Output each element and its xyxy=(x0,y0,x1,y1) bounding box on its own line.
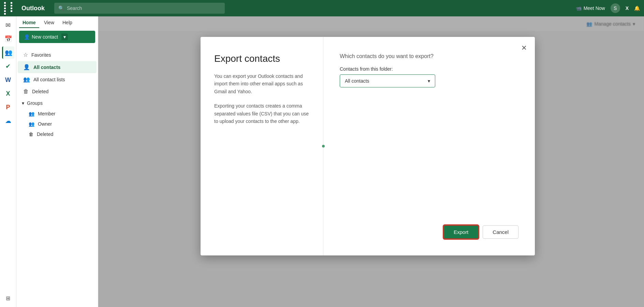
tab-help[interactable]: Help xyxy=(59,18,76,28)
divider-dot xyxy=(322,145,325,148)
sidebar-item-label-member: Member xyxy=(38,111,55,116)
modal-description-2: Exporting your contacts creates a comma … xyxy=(214,102,309,125)
modal-left-panel: Export contacts You can export your Outl… xyxy=(201,37,323,255)
topbar: Outlook 🔍 📹 Meet Now S X 🔔 xyxy=(0,0,644,16)
rail-allapps-icon[interactable]: ⊞ xyxy=(2,292,14,304)
cancel-button[interactable]: Cancel xyxy=(483,225,518,239)
modal-title: Export contacts xyxy=(214,53,309,64)
export-button[interactable]: Export xyxy=(443,225,479,239)
tab-home[interactable]: Home xyxy=(19,18,39,28)
modal-right-panel: Which contacts do you want to export? Co… xyxy=(323,37,535,255)
sidebar-item-label-favorites: Favorites xyxy=(31,52,51,58)
sidebar-item-label-deleted-group: Deleted xyxy=(37,131,53,137)
search-icon: 🔍 xyxy=(58,5,64,11)
folder-label: Contacts from this folder: xyxy=(340,66,518,72)
groups-label: Groups xyxy=(27,100,43,106)
sidebar-item-deleted-group[interactable]: 🗑 Deleted xyxy=(16,129,98,139)
dropdown-chevron-icon: ▾ xyxy=(428,78,430,84)
rail-mail-icon[interactable]: ✉ xyxy=(2,19,14,31)
sidebar-item-label-contact-lists: All contact lists xyxy=(33,77,65,82)
rail-contacts-icon[interactable]: 👥 xyxy=(2,46,14,59)
notification-icon: 🔔 xyxy=(634,5,640,11)
folder-dropdown[interactable]: All contacts ▾ xyxy=(340,74,435,87)
sidebar-item-favorites[interactable]: ☆ Favorites xyxy=(18,49,97,61)
app-logo: Outlook xyxy=(21,5,45,12)
modal-actions: Export Cancel xyxy=(340,225,518,239)
chevron-down-icon: ▾ xyxy=(22,100,24,106)
nav-tabs: Home View Help xyxy=(16,16,98,28)
new-contact-icon: 👤 xyxy=(24,34,30,40)
folder-selected-value: All contacts xyxy=(345,78,369,84)
rail-word-icon[interactable]: W xyxy=(2,74,14,86)
topbar-right-area: 📹 Meet Now S X 🔔 xyxy=(576,3,640,13)
groups-header[interactable]: ▾ Groups xyxy=(16,98,98,109)
sidebar-item-label-owner: Owner xyxy=(38,121,52,127)
tab-view[interactable]: View xyxy=(41,18,58,28)
all-contacts-icon: 👤 xyxy=(23,64,30,70)
deleted-icon: 🗑 xyxy=(23,88,29,95)
meet-now-button[interactable]: 📹 Meet Now xyxy=(576,5,605,11)
app-grid-icon[interactable] xyxy=(4,2,16,15)
main-layout: ✉ 📅 👥 ✔ W X P ☁ ⊞ Home View Help 👤 New c… xyxy=(0,16,644,307)
rail-tasks-icon[interactable]: ✔ xyxy=(2,60,14,72)
modal-close-button[interactable]: ✕ xyxy=(518,42,529,53)
search-bar[interactable]: 🔍 xyxy=(54,3,225,14)
sidebar-nav: ☆ Favorites 👤 All contacts 👥 All contact… xyxy=(16,46,98,307)
rail-onedrive-icon[interactable]: ☁ xyxy=(2,115,14,127)
modal-question: Which contacts do you want to export? xyxy=(340,53,518,59)
sidebar-item-member[interactable]: 👥 Member xyxy=(16,109,98,119)
new-contact-dropdown-arrow[interactable]: ▾ xyxy=(61,33,68,40)
icon-rail: ✉ 📅 👥 ✔ W X P ☁ ⊞ xyxy=(0,16,16,307)
new-contact-label: New contact xyxy=(32,34,58,40)
sidebar-item-label-deleted: Deleted xyxy=(32,89,48,94)
excel-icon-button[interactable]: X xyxy=(626,5,629,11)
sidebar-item-all-contacts[interactable]: 👤 All contacts xyxy=(18,61,97,73)
skype-icon: S xyxy=(611,3,620,13)
member-icon: 👥 xyxy=(29,111,34,116)
export-contacts-modal: ✕ Export contacts You can export your Ou… xyxy=(201,37,535,255)
skype-icon-button[interactable]: S xyxy=(611,3,620,13)
favorites-icon: ☆ xyxy=(23,52,28,58)
sidebar-item-owner[interactable]: 👥 Owner xyxy=(16,119,98,129)
rail-excel-icon[interactable]: X xyxy=(2,87,14,100)
content-area: 👥 Manage contacts ▾ Business address 📍 6… xyxy=(98,16,644,307)
rail-powerpoint-icon[interactable]: P xyxy=(2,101,14,113)
sidebar-item-label-all-contacts: All contacts xyxy=(33,65,60,70)
sidebar-item-deleted[interactable]: 🗑 Deleted xyxy=(18,86,97,97)
deleted-group-icon: 🗑 xyxy=(29,131,33,137)
rail-calendar-icon[interactable]: 📅 xyxy=(2,33,14,45)
sidebar: Home View Help 👤 New contact ▾ ☆ Favorit… xyxy=(16,16,98,307)
search-input[interactable] xyxy=(67,5,221,11)
modal-description-1: You can export your Outlook contacts and… xyxy=(214,72,309,95)
excel-topbar-icon: X xyxy=(626,5,629,11)
owner-icon: 👥 xyxy=(29,121,34,127)
contact-lists-icon: 👥 xyxy=(23,76,30,83)
notification-icon-button[interactable]: 🔔 xyxy=(634,5,640,11)
sidebar-item-all-contact-lists[interactable]: 👥 All contact lists xyxy=(18,73,97,85)
video-icon: 📹 xyxy=(576,5,582,11)
new-contact-button[interactable]: 👤 New contact ▾ xyxy=(19,31,95,43)
